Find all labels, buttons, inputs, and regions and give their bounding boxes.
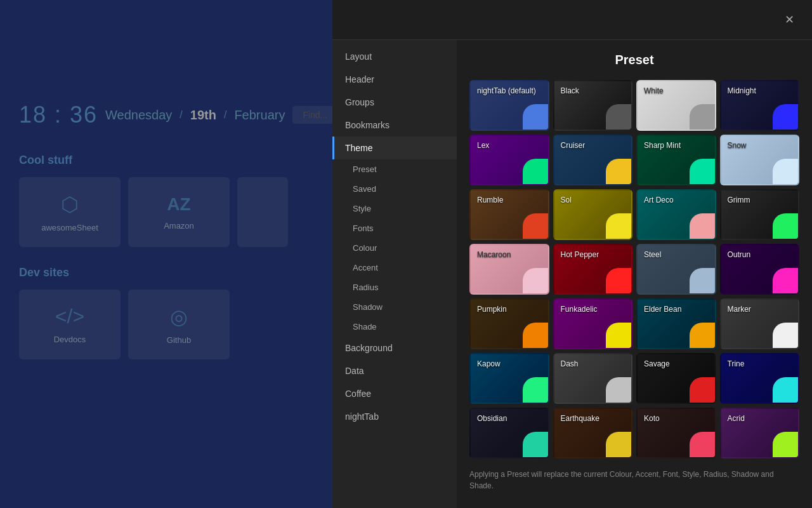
nav-bookmarks[interactable]: Bookmarks [332,114,457,137]
preset-card-nighttab[interactable]: nightTab (default) [469,80,549,131]
preset-corner-macaroon [523,268,548,293]
nav-background[interactable]: Background [332,337,457,359]
preset-label-acrid: Acrid [728,414,745,423]
settings-header: ✕ [332,0,812,40]
preset-label-elderbean: Elder Bean [644,305,681,314]
nav-radius[interactable]: Radius [332,277,457,297]
nav-data[interactable]: Data [332,359,457,382]
preset-card-sol[interactable]: Sol [553,189,633,240]
preset-card-black[interactable]: Black [553,80,633,131]
preset-label-snow: Snow [728,141,747,150]
preset-corner-steel [690,268,715,293]
nav-shadow[interactable]: Shadow [332,297,457,317]
preset-corner-funkadelic [606,323,631,348]
preset-corner-artdeco [690,213,715,239]
preset-corner-savage [690,377,715,403]
preset-card-sharpmint[interactable]: Sharp Mint [636,135,716,185]
preset-card-obsidian[interactable]: Obsidian [469,408,549,458]
preset-corner-sol [606,213,631,239]
settings-panel: ✕ Layout Header Groups Bookmarks Theme P… [332,0,812,508]
preset-card-kapow[interactable]: Kapow [469,353,549,404]
content-title: Preset [469,53,799,67]
preset-card-steel[interactable]: Steel [636,244,716,295]
nav-theme[interactable]: Theme [332,137,457,159]
preset-label-sol: Sol [561,196,572,204]
preset-card-pumpkin[interactable]: Pumpkin [469,298,549,349]
preset-corner-earthquake [606,432,631,457]
preset-card-funkadelic[interactable]: Funkadelic [553,298,633,349]
preset-label-pumpkin: Pumpkin [477,305,507,314]
nav-layout[interactable]: Layout [332,45,457,68]
preset-grid: nightTab (default)BlackWhiteMidnightLexC… [469,80,799,458]
footer-note: Applying a Preset will replace the curre… [469,469,799,491]
preset-card-lex[interactable]: Lex [469,135,549,185]
close-button[interactable]: ✕ [780,10,799,29]
preset-label-marker: Marker [728,305,751,314]
preset-label-black: Black [561,86,579,95]
nav-preset[interactable]: Preset [332,159,457,179]
nav-groups[interactable]: Groups [332,91,457,114]
preset-card-savage[interactable]: Savage [636,353,716,404]
preset-card-midnight[interactable]: Midnight [720,80,800,131]
nav-header[interactable]: Header [332,68,457,91]
nav-accent[interactable]: Accent [332,258,457,277]
preset-card-earthquake[interactable]: Earthquake [553,408,633,458]
preset-corner-outrun [773,268,798,293]
nav-style[interactable]: Style [332,199,457,218]
preset-corner-snow [773,159,798,184]
preset-card-acrid[interactable]: Acrid [720,408,800,458]
preset-corner-lex [523,159,548,184]
preset-card-macaroon[interactable]: Macaroon [469,244,549,295]
preset-corner-black [606,104,631,130]
preset-corner-cruiser [606,159,631,184]
preset-corner-midnight [773,104,798,130]
preset-card-hotpepper[interactable]: Hot Pepper [553,244,633,295]
nav-saved[interactable]: Saved [332,179,457,199]
preset-card-cruiser[interactable]: Cruiser [553,135,633,185]
preset-card-outrun[interactable]: Outrun [720,244,800,295]
preset-corner-white [690,104,715,130]
preset-corner-koto [690,432,715,457]
nav-shade[interactable]: Shade [332,317,457,337]
preset-label-dash: Dash [561,359,579,368]
preset-label-trine: Trine [728,359,745,368]
preset-label-earthquake: Earthquake [561,414,599,423]
preset-label-obsidian: Obsidian [477,414,507,423]
preset-corner-sharpmint [690,159,715,184]
preset-corner-acrid [773,432,798,457]
preset-label-white: White [644,86,664,95]
preset-corner-dash [606,377,631,403]
preset-card-grimm[interactable]: Grimm [720,189,800,240]
preset-label-funkadelic: Funkadelic [561,305,598,314]
preset-label-grimm: Grimm [728,196,750,204]
preset-label-lex: Lex [477,141,489,150]
preset-card-white[interactable]: White [636,80,716,131]
preset-label-cruiser: Cruiser [561,141,586,150]
preset-card-trine[interactable]: Trine [720,353,800,404]
preset-label-macaroon: Macaroon [477,250,511,259]
preset-corner-kapow [523,377,548,403]
preset-label-kapow: Kapow [477,359,501,368]
preset-card-rumble[interactable]: Rumble [469,189,549,240]
preset-corner-pumpkin [523,323,548,348]
preset-card-koto[interactable]: Koto [636,408,716,458]
preset-label-sharpmint: Sharp Mint [644,141,681,150]
preset-corner-trine [773,377,798,403]
preset-card-elderbean[interactable]: Elder Bean [636,298,716,349]
preset-card-snow[interactable]: Snow [720,135,800,185]
nav-fonts[interactable]: Fonts [332,218,457,238]
preset-corner-nighttab [523,104,548,130]
preset-card-dash[interactable]: Dash [553,353,633,404]
preset-label-nighttab: nightTab (default) [477,86,536,95]
preset-corner-grimm [773,213,798,239]
nav-nighttab[interactable]: nightTab [332,405,457,428]
nav-colour[interactable]: Colour [332,238,457,258]
preset-label-savage: Savage [644,359,670,368]
preset-label-rumble: Rumble [477,196,503,204]
preset-label-outrun: Outrun [728,250,751,259]
preset-card-marker[interactable]: Marker [720,298,800,349]
settings-content: Preset nightTab (default)BlackWhiteMidni… [457,40,812,508]
nav-coffee[interactable]: Coffee [332,382,457,405]
preset-card-artdeco[interactable]: Art Deco [636,189,716,240]
preset-label-koto: Koto [644,414,660,423]
